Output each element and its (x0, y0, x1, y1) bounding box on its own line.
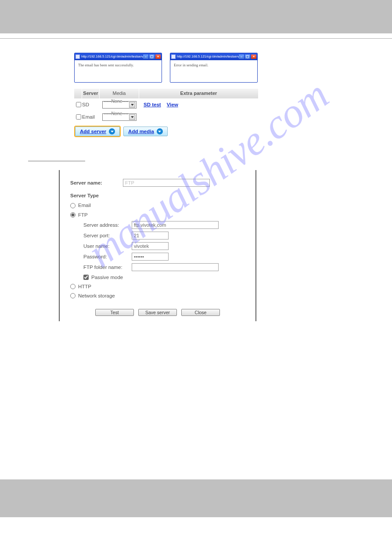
arrow-down-circle-icon (157, 128, 163, 134)
row-server: SD (82, 101, 100, 108)
header-media: Media (100, 89, 139, 98)
test-button[interactable]: Test (95, 309, 134, 316)
server-address-input[interactable] (132, 221, 219, 229)
ie-page-icon (171, 54, 176, 59)
username-input[interactable] (132, 242, 169, 250)
dialog-body: The email has been sent successfully. (75, 60, 162, 82)
ie-page-icon (76, 54, 80, 59)
header-extra: Extra parameter (139, 89, 259, 98)
footer-graybar (0, 479, 392, 517)
section-divider (28, 153, 85, 161)
row-server: Email (82, 113, 100, 120)
ftp-config-panel: Server name: Server Type Email FTP Serve… (59, 170, 256, 321)
chevron-down-icon (129, 102, 135, 108)
server-port-input[interactable] (132, 232, 169, 239)
radio-label: Network storage (78, 292, 115, 299)
ftp-radio[interactable] (70, 212, 76, 218)
minimize-icon[interactable]: – (143, 54, 148, 59)
dialog-error: http://192.168.5.121/cgi-bin/admin/tests… (170, 53, 258, 83)
view-link[interactable]: View (167, 102, 178, 107)
field-label: Server address: (70, 221, 132, 229)
server-name-label: Server name: (70, 179, 123, 186)
page-content: http://192.168.5.121/cgi-bin/admin/tests… (0, 39, 392, 462)
close-icon[interactable]: × (155, 54, 161, 59)
arrow-down-circle-icon (109, 128, 115, 134)
media-select[interactable]: -----None----- (102, 113, 137, 121)
field-label: FTP folder name: (70, 264, 132, 271)
close-icon[interactable]: × (251, 54, 256, 59)
select-value: -----None----- (104, 98, 129, 111)
save-server-button[interactable]: Save server (138, 309, 177, 316)
dialog-success: http://192.168.5.121/cgi-bin/admin/tests… (74, 53, 162, 83)
radio-label: Email (78, 202, 91, 209)
http-radio[interactable] (70, 284, 76, 289)
select-value: -----None----- (104, 110, 129, 123)
dialog-title: http://192.168.5.121/cgi-bin/admin/tests… (81, 54, 143, 59)
table-row: SD -----None----- SD test View (74, 98, 259, 111)
email-radio[interactable] (70, 203, 76, 208)
passive-checkbox[interactable] (83, 275, 89, 280)
table-row: Email -----None----- (74, 111, 259, 123)
close-button[interactable]: Close (181, 309, 220, 316)
checkbox-label: Passive mode (91, 274, 123, 281)
row-checkbox[interactable] (76, 102, 81, 107)
add-media-button[interactable]: Add media (123, 127, 168, 136)
header-blank (74, 89, 82, 98)
top-graybar (0, 0, 392, 33)
field-label: Server port: (70, 232, 132, 239)
password-input[interactable] (132, 253, 169, 261)
header-server: Server (82, 89, 100, 98)
maximize-icon[interactable]: ▢ (149, 54, 155, 59)
dialog-body: Error in sending email. (170, 60, 257, 82)
chevron-down-icon (129, 114, 135, 120)
divider (0, 33, 392, 39)
row-checkbox[interactable] (76, 114, 81, 120)
radio-label: HTTP (78, 283, 91, 290)
server-type-label: Server Type (70, 192, 245, 199)
maximize-icon[interactable]: ▢ (245, 54, 250, 59)
button-label: Add server (80, 128, 106, 135)
server-name-input[interactable] (123, 179, 210, 187)
minimize-icon[interactable]: – (239, 54, 244, 59)
field-label: Password: (70, 253, 132, 260)
radio-label: FTP (78, 211, 88, 218)
server-table: Server Media Extra parameter SD -----Non… (74, 89, 259, 136)
add-server-button[interactable]: Add server (75, 127, 120, 136)
sdtest-link[interactable]: SD test (144, 102, 161, 107)
button-label: Add media (128, 128, 154, 135)
field-label: User name: (70, 243, 132, 250)
dialog-title: http://192.168.5.121/cgi-bin/admin/tests… (177, 54, 239, 59)
media-select[interactable]: -----None----- (102, 101, 137, 109)
ns-radio[interactable] (70, 293, 76, 298)
ftp-folder-input[interactable] (132, 263, 219, 271)
